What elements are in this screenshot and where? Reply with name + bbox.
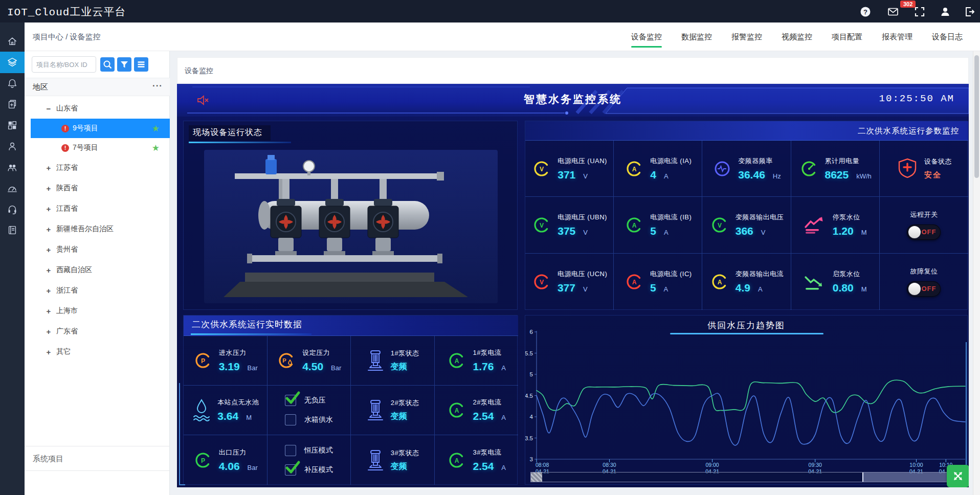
expander-icon[interactable]: + <box>45 225 52 234</box>
metric-value: 4 <box>650 169 656 181</box>
checkbox[interactable] <box>285 464 296 476</box>
datazoom-left-handle[interactable] <box>531 472 542 482</box>
expander-icon[interactable]: + <box>45 266 52 275</box>
system-projects-item[interactable]: 系统项目 <box>25 446 169 471</box>
metric-cell: 3#泵状态变频 <box>351 435 435 485</box>
gauge-icon: V <box>531 272 552 292</box>
expander-icon[interactable]: + <box>45 348 52 356</box>
tree-region-item[interactable]: +上海市 <box>25 301 170 321</box>
nav-tab[interactable]: 报表管理 <box>882 22 912 51</box>
metric-text: 1#泵状态变频 <box>391 349 419 372</box>
nav-tab[interactable]: 设备日志 <box>932 22 963 51</box>
star-icon[interactable]: ★ <box>152 143 160 153</box>
expander-icon[interactable]: + <box>45 327 52 336</box>
rail-item-bell[interactable] <box>0 73 25 94</box>
project-label: 9号项目 <box>73 124 98 133</box>
rail-item-layers[interactable] <box>0 52 25 73</box>
pump-icon <box>366 448 385 472</box>
metric-cell: A3#泵电流2.54A <box>435 435 519 485</box>
nav-tab[interactable]: 设备监控 <box>631 22 662 51</box>
help-icon[interactable]: ? <box>859 6 872 18</box>
gauge-icon: A <box>624 272 644 292</box>
tree-region-item[interactable]: +广东省 <box>25 321 170 342</box>
tree-region-item[interactable]: +浙江省 <box>25 280 170 301</box>
tree-region-item[interactable]: +江西省 <box>25 198 170 219</box>
nav-tab[interactable]: 数据监控 <box>681 22 712 51</box>
search-button[interactable] <box>100 57 115 72</box>
rail-item-home[interactable] <box>0 31 25 52</box>
tree-region-item[interactable]: +其它 <box>25 342 170 362</box>
svg-text:5.5: 5.5 <box>525 350 533 356</box>
expander-icon[interactable]: + <box>45 164 52 172</box>
expander-icon[interactable]: + <box>45 184 52 193</box>
vertical-scrollbar[interactable] <box>973 51 980 495</box>
rail-item-user-pin[interactable] <box>0 136 25 157</box>
rail-item-logbook[interactable] <box>0 219 25 241</box>
gauge-icon <box>712 159 732 179</box>
tree-project-item[interactable]: !7号项目★ <box>25 138 170 158</box>
expander-icon[interactable]: + <box>45 286 52 295</box>
metric-unit: M <box>861 285 867 293</box>
rail-item-team[interactable] <box>0 156 25 178</box>
metric-label: 进水压力 <box>219 348 247 357</box>
tree-region-item[interactable]: +西藏自治区 <box>25 260 170 280</box>
expander-icon[interactable]: + <box>45 245 52 254</box>
toggle-switch[interactable]: OFF <box>907 224 941 240</box>
rail-item-headset[interactable] <box>0 198 25 220</box>
svg-text:09:00: 09:00 <box>705 462 719 468</box>
logout-icon[interactable] <box>964 6 976 18</box>
metric-cell: 变频器频率36.46Hz <box>702 141 791 197</box>
toggle-block: 远程开关OFF <box>907 210 941 240</box>
headset-icon <box>7 204 18 215</box>
nav-tab[interactable]: 报警监控 <box>731 22 762 51</box>
metric-value-row: 4.06Bar <box>219 460 258 472</box>
checkbox[interactable] <box>285 445 296 456</box>
region-label: 其它 <box>56 347 71 356</box>
search-input[interactable] <box>32 56 96 73</box>
list-menu-button[interactable] <box>134 57 148 72</box>
tree-region-item[interactable]: +新疆维吾尔自治区 <box>25 219 170 239</box>
metric-unit: V <box>761 229 766 236</box>
metric-value: 4.9 <box>736 282 750 294</box>
metric-unit: M <box>861 229 867 236</box>
toggle-switch[interactable]: OFF <box>907 281 941 297</box>
checkbox[interactable] <box>285 395 296 406</box>
metric-text: 电源电流 (IC)5A <box>650 269 692 294</box>
rail-item-grid[interactable] <box>0 115 25 136</box>
top-bar: IOT_Cloud工业云平台 302 ? <box>0 0 980 22</box>
home-icon <box>7 36 18 47</box>
star-icon[interactable]: ★ <box>152 123 160 134</box>
mail-icon[interactable] <box>887 6 899 18</box>
metric-value: 变频 <box>391 461 407 472</box>
datazoom-right-handle[interactable] <box>862 472 863 482</box>
checkbox[interactable] <box>285 414 296 425</box>
metric-value: 3.64 <box>217 410 238 422</box>
nav-tab[interactable]: 项目配置 <box>832 22 862 51</box>
rail-item-dashboard[interactable] <box>0 177 25 199</box>
user-pin-icon <box>7 141 18 152</box>
expander-icon[interactable]: + <box>45 205 52 213</box>
metric-value: 5 <box>650 282 656 294</box>
nav-tab[interactable]: 视频监控 <box>782 22 812 51</box>
chart-datazoom-slider[interactable] <box>530 472 965 482</box>
expander-icon[interactable]: + <box>45 307 52 316</box>
tree-region-item[interactable]: +贵州省 <box>25 239 170 260</box>
metric-label: 累计用电量 <box>825 156 860 166</box>
filter-button[interactable] <box>117 57 131 72</box>
scrollbar-thumb[interactable] <box>974 55 979 178</box>
metric-value: 371 <box>558 169 575 181</box>
user-icon[interactable] <box>939 6 951 18</box>
more-icon[interactable]: ··· <box>152 78 163 94</box>
checkbox-label: 水箱供水 <box>304 415 333 424</box>
tree-region-item[interactable]: +陕西省 <box>25 178 170 198</box>
expander-icon[interactable]: − <box>45 104 52 113</box>
fullscreen-icon[interactable] <box>914 6 926 18</box>
tree-region-item[interactable]: −山东省 <box>25 98 170 119</box>
rail-item-file-add[interactable] <box>0 94 25 115</box>
metric-label: 1#泵状态 <box>391 349 419 358</box>
metric-text: 电源电压 (UAN)371V <box>558 156 607 181</box>
tree-project-item[interactable]: !9号项目★ <box>31 119 170 138</box>
metric-label: 停泵水位 <box>833 213 860 222</box>
tree-region-item[interactable]: +江苏省 <box>25 158 170 178</box>
expand-button[interactable] <box>947 465 969 487</box>
